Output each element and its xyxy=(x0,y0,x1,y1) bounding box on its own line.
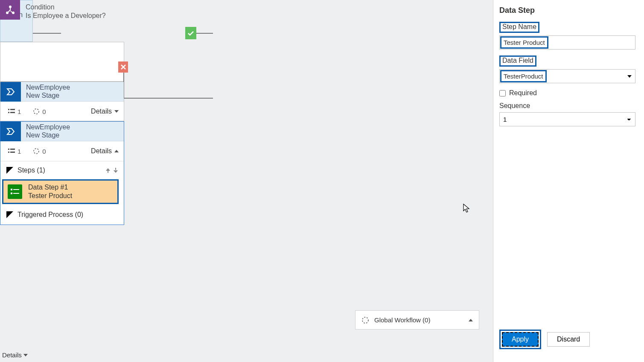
sequence-label: Sequence xyxy=(499,102,635,110)
discard-button[interactable]: Discard xyxy=(547,332,590,347)
apply-button[interactable]: Apply xyxy=(502,332,539,347)
stage-entity: NewEmployee xyxy=(26,123,70,131)
stage-chevron-icon xyxy=(0,122,21,141)
data-step-item-selected[interactable]: Data Step #1 Tester Product xyxy=(2,179,119,204)
chevron-up-icon xyxy=(114,150,119,152)
stage-chevron-icon xyxy=(0,82,21,102)
svg-point-0 xyxy=(9,6,12,8)
properties-panel: Data Step Step Name Tester Product Data … xyxy=(493,0,644,362)
collapse-triangle-icon xyxy=(6,211,13,218)
chevron-up-icon[interactable] xyxy=(469,319,473,321)
stage-details-panel: Steps (1) Data Step #1 Tester Product T xyxy=(0,161,124,225)
stage-header: NewEmployee New Stage xyxy=(0,122,124,141)
details-label: Details xyxy=(2,351,22,359)
data-field-row: Data Field TesterProduct xyxy=(499,55,635,83)
connector-line xyxy=(196,33,213,34)
step-name-label: Step Name xyxy=(499,22,539,33)
svg-rect-10 xyxy=(8,152,9,153)
svg-rect-14 xyxy=(13,189,19,190)
connector-line xyxy=(123,98,213,99)
arrow-down-icon[interactable] xyxy=(113,167,119,173)
data-field-label: Data Field xyxy=(499,55,536,67)
collapse-triangle-icon[interactable] xyxy=(6,167,13,174)
stage-entity: NewEmployee xyxy=(26,84,70,91)
spinner-icon xyxy=(33,108,40,115)
sequence-row: Sequence 1 xyxy=(499,102,635,126)
stage-name: New Stage xyxy=(26,131,70,139)
svg-rect-16 xyxy=(13,193,19,194)
process-count: 0 xyxy=(33,148,46,155)
triggered-process-section[interactable]: Triggered Process (0) xyxy=(6,211,119,219)
svg-point-7 xyxy=(34,109,39,114)
connector-line xyxy=(33,33,61,34)
reorder-arrows[interactable] xyxy=(105,167,119,173)
global-workflow-bar[interactable]: Global Workflow (0) xyxy=(355,310,479,330)
step-name-value: Tester Product xyxy=(500,36,548,49)
svg-rect-15 xyxy=(11,193,12,194)
sequence-select[interactable]: 1 xyxy=(499,112,635,126)
required-row[interactable]: Required xyxy=(499,89,635,97)
svg-rect-13 xyxy=(11,189,12,190)
condition-icon xyxy=(0,0,20,20)
condition-node[interactable]: Condition Is Employee a Developer? xyxy=(0,42,124,82)
data-step-title: Data Step #1 xyxy=(28,184,72,191)
steps-header-label: Steps (1) xyxy=(17,166,45,174)
details-toggle[interactable]: Details xyxy=(91,108,119,115)
steps-count: 1 xyxy=(8,108,21,115)
svg-point-12 xyxy=(34,149,39,154)
svg-point-17 xyxy=(362,317,368,323)
stage-node-expanded[interactable]: NewEmployee New Stage 1 0 Details xyxy=(0,121,124,225)
step-name-row: Step Name Tester Product xyxy=(499,22,635,50)
triggered-process-label: Triggered Process (0) xyxy=(17,211,83,219)
panel-footer: Apply Discard xyxy=(499,330,635,349)
steps-count: 1 xyxy=(8,148,21,155)
details-toggle[interactable]: Details xyxy=(2,351,28,359)
data-step-icon xyxy=(8,184,22,199)
svg-rect-6 xyxy=(10,112,15,113)
panel-title: Data Step xyxy=(499,6,635,15)
chevron-down-icon xyxy=(627,75,632,78)
condition-false-badge xyxy=(118,61,128,73)
process-count: 0 xyxy=(33,108,46,115)
svg-rect-4 xyxy=(10,109,15,110)
cursor-icon xyxy=(463,204,470,213)
details-toggle[interactable]: Details xyxy=(91,147,119,155)
svg-rect-8 xyxy=(8,149,9,150)
apply-button-highlight: Apply xyxy=(499,330,541,349)
step-name-input-wrapper[interactable]: Tester Product xyxy=(499,35,635,50)
required-checkbox[interactable] xyxy=(499,90,506,96)
condition-text: Condition Is Employee a Developer? xyxy=(26,3,106,20)
condition-question: Is Employee a Developer? xyxy=(26,12,106,20)
global-workflow-label: Global Workflow (0) xyxy=(374,316,430,324)
required-label: Required xyxy=(509,89,537,97)
chevron-down-icon xyxy=(23,354,28,356)
svg-rect-11 xyxy=(10,152,15,153)
svg-rect-3 xyxy=(8,109,9,110)
arrow-up-icon[interactable] xyxy=(105,167,111,173)
data-field-value: TesterProduct xyxy=(500,70,547,82)
condition-true-badge xyxy=(185,27,196,39)
svg-rect-5 xyxy=(8,112,9,113)
chevron-down-icon xyxy=(114,110,119,113)
data-step-field: Tester Product xyxy=(28,192,72,200)
list-icon xyxy=(8,148,15,154)
svg-rect-9 xyxy=(10,149,15,150)
stage-name: New Stage xyxy=(26,92,70,99)
stage-header: NewEmployee New Stage xyxy=(0,82,124,102)
condition-type-label: Condition xyxy=(26,3,106,11)
stage-node[interactable]: NewEmployee New Stage 1 0 Details xyxy=(0,82,124,121)
spinner-icon xyxy=(361,316,369,324)
data-field-select-wrapper[interactable]: TesterProduct xyxy=(499,69,635,83)
spinner-icon xyxy=(33,148,40,155)
list-icon xyxy=(8,108,15,114)
